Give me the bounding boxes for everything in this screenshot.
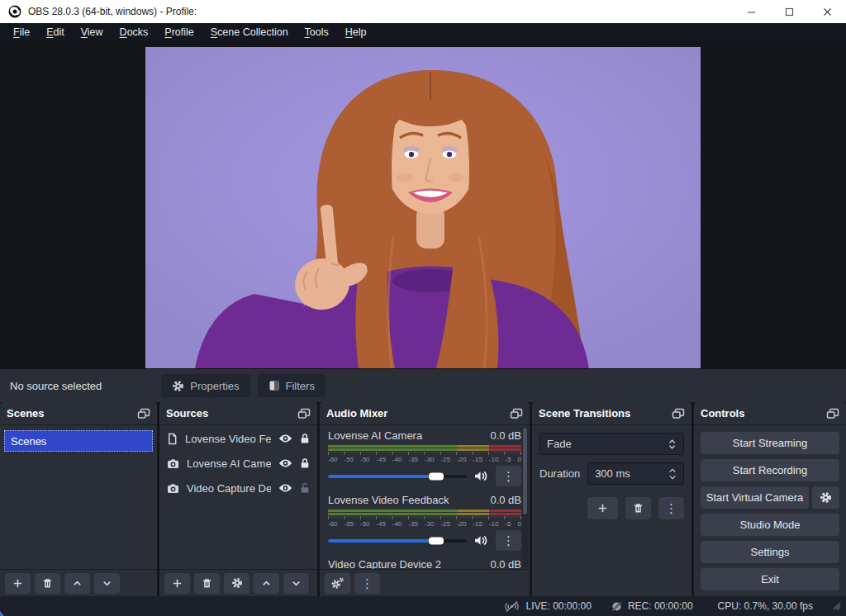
- advanced-audio-button[interactable]: [325, 573, 350, 594]
- spin-down-icon[interactable]: [668, 475, 677, 480]
- preview-image-woman-pointing: [145, 47, 701, 368]
- menu-edit[interactable]: Edit: [38, 25, 73, 40]
- controls-title: Controls: [701, 407, 826, 419]
- chevron-up-icon: [261, 578, 272, 589]
- trash-icon: [633, 503, 644, 514]
- maximize-button[interactable]: [770, 0, 808, 23]
- menu-help[interactable]: Help: [337, 25, 375, 40]
- mixer-db-value: 0.0 dB: [490, 494, 521, 506]
- volume-slider[interactable]: [328, 539, 467, 543]
- trash-icon: [42, 578, 53, 589]
- gear-icon: [172, 380, 184, 392]
- scene-down-button[interactable]: [94, 573, 120, 594]
- filters-label: Filters: [286, 380, 315, 392]
- scenes-toolbar: [0, 569, 157, 596]
- preview-canvas-area: [0, 41, 846, 369]
- controls-header[interactable]: Controls: [694, 402, 846, 425]
- source-row[interactable]: Lovense AI Camer: [159, 452, 317, 475]
- source-row[interactable]: Video Capture De: [159, 476, 317, 500]
- remove-source-button[interactable]: [194, 573, 220, 594]
- scene-transitions-title: Scene Transitions: [539, 407, 672, 419]
- gear-icon: [820, 491, 832, 504]
- menu-file[interactable]: File: [5, 25, 38, 40]
- vu-meter: [328, 445, 521, 451]
- double-gear-icon: [330, 577, 345, 590]
- transition-options-button[interactable]: ⋮: [658, 497, 684, 519]
- audio-mixer-header[interactable]: Audio Mixer: [320, 402, 530, 425]
- duration-value: 300 ms: [595, 467, 668, 480]
- lock-closed-icon[interactable]: [300, 433, 310, 444]
- source-label: Lovense AI Camer: [187, 457, 271, 470]
- settings-button[interactable]: Settings: [701, 541, 839, 563]
- filters-icon: [269, 380, 280, 391]
- studio-mode-button[interactable]: Studio Mode: [701, 514, 839, 536]
- virtual-camera-config-button[interactable]: [812, 486, 839, 509]
- close-button[interactable]: [808, 0, 846, 23]
- mixer-scrollbar[interactable]: [522, 427, 528, 567]
- transition-select[interactable]: Fade: [539, 433, 684, 455]
- spin-up-icon[interactable]: [668, 468, 677, 473]
- mixer-entry: Lovense Video Feedback 0.0 dB -60-55-50-…: [328, 494, 521, 551]
- source-properties-button[interactable]: [224, 573, 250, 594]
- menu-tools[interactable]: Tools: [297, 25, 337, 40]
- popout-icon[interactable]: [297, 408, 311, 419]
- gear-icon: [231, 577, 243, 589]
- filters-button[interactable]: Filters: [258, 374, 326, 397]
- chevron-down-icon: [102, 578, 112, 589]
- remove-transition-button[interactable]: [625, 497, 651, 519]
- sources-panel-header[interactable]: Sources: [159, 402, 317, 425]
- duration-spinbox[interactable]: 300 ms: [587, 462, 684, 485]
- volume-slider-handle[interactable]: [429, 537, 444, 544]
- source-down-button[interactable]: [283, 573, 309, 594]
- start-virtual-camera-button[interactable]: Start Virtual Camera: [701, 486, 809, 509]
- add-scene-button[interactable]: [5, 573, 31, 594]
- exit-button[interactable]: Exit: [701, 568, 839, 590]
- visibility-eye-icon[interactable]: [278, 434, 292, 443]
- menu-docks[interactable]: Docks: [112, 25, 157, 40]
- scrollbar-thumb[interactable]: [523, 428, 527, 514]
- scene-transitions-header[interactable]: Scene Transitions: [532, 402, 692, 425]
- menu-view[interactable]: View: [73, 25, 112, 40]
- scenes-list: Scenes: [0, 425, 157, 569]
- add-source-button[interactable]: [164, 573, 190, 594]
- scene-preview[interactable]: [145, 47, 701, 368]
- controls-panel: Controls Start Streaming Start Recording…: [694, 402, 846, 596]
- visibility-eye-icon[interactable]: [278, 458, 292, 468]
- scene-list-item-selected[interactable]: Scenes: [4, 430, 153, 452]
- source-row[interactable]: Lovense Video Fe: [159, 427, 317, 450]
- properties-button[interactable]: Properties: [161, 374, 250, 397]
- live-timer: LIVE: 00:00:00: [525, 600, 591, 612]
- scenes-title: Scenes: [7, 407, 137, 419]
- speaker-icon[interactable]: [473, 470, 489, 482]
- status-bar: LIVE: 00:00:00 REC: 00:00:00 CPU: 0.7%, …: [0, 596, 846, 616]
- obs-logo-icon[interactable]: [8, 5, 21, 18]
- popout-icon[interactable]: [826, 408, 839, 419]
- volume-slider[interactable]: [328, 475, 467, 478]
- mixer-menu-button[interactable]: ⋮: [354, 573, 380, 594]
- popout-icon[interactable]: [137, 408, 150, 419]
- resize-grip-icon[interactable]: [833, 602, 841, 610]
- menu-profile[interactable]: Profile: [156, 25, 202, 40]
- mixer-options-button[interactable]: ⋮: [496, 466, 521, 486]
- scene-up-button[interactable]: [64, 573, 90, 594]
- mixer-source-name: Lovense AI Camera: [328, 429, 422, 442]
- add-transition-button[interactable]: [587, 497, 618, 519]
- visibility-eye-icon[interactable]: [278, 483, 292, 493]
- popout-icon[interactable]: [672, 408, 685, 419]
- sources-panel: Sources Lovense Video Fe Lovense AI Came…: [159, 402, 317, 596]
- volume-slider-handle[interactable]: [429, 472, 444, 480]
- start-streaming-button[interactable]: Start Streaming: [701, 432, 839, 454]
- minimize-button[interactable]: [732, 0, 770, 23]
- speaker-icon[interactable]: [473, 534, 489, 547]
- remove-scene-button[interactable]: [35, 573, 60, 594]
- source-up-button[interactable]: [254, 573, 279, 594]
- vu-scale-labels: -60-55-50-45-40-35-30-25-20-15-10-50: [328, 456, 521, 463]
- scenes-panel-header[interactable]: Scenes: [0, 402, 157, 425]
- menu-scene-collection[interactable]: Scene Collection: [202, 25, 297, 40]
- lock-closed-icon[interactable]: [300, 457, 310, 469]
- mixer-options-button[interactable]: ⋮: [496, 530, 521, 551]
- source-toolbar: No source selected Properties Filters: [0, 369, 846, 402]
- lock-open-icon[interactable]: [300, 482, 310, 494]
- start-recording-button[interactable]: Start Recording: [701, 459, 839, 481]
- popout-icon[interactable]: [510, 408, 523, 419]
